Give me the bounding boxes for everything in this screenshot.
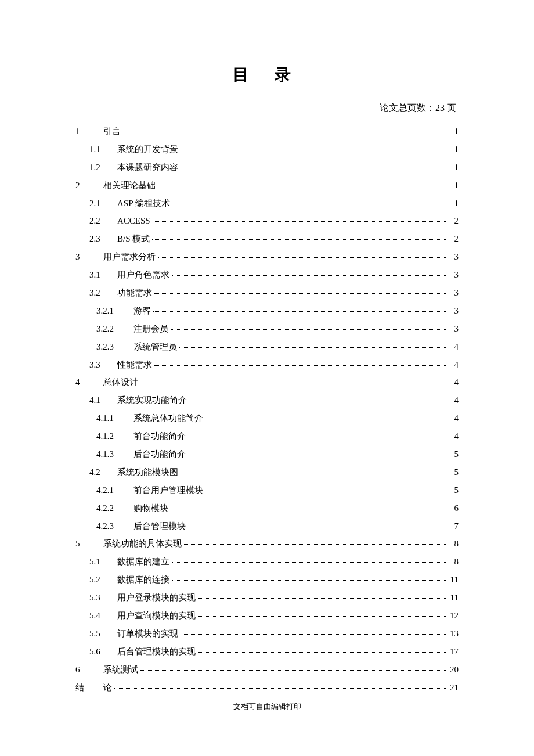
toc-entry[interactable]: 5.3用户登录模块的实现11 [75, 589, 459, 607]
toc-entry[interactable]: 2相关理论基础1 [75, 177, 459, 195]
toc-entry-label: 订单模块的实现 [117, 625, 178, 643]
toc-entry-label: 系统管理员 [134, 338, 177, 356]
toc-entry[interactable]: 5.1数据库的建立8 [75, 553, 459, 571]
toc-entry[interactable]: 4总体设计4 [75, 373, 459, 391]
toc-entry-label: 后台管理模块的实现 [117, 643, 196, 661]
toc-entry[interactable]: 6系统测试20 [75, 661, 459, 679]
toc-leader-dots [172, 556, 446, 564]
toc-entry-page: 3 [448, 284, 459, 302]
toc-entry[interactable]: 结论21 [75, 679, 459, 697]
toc-entry-page: 1 [448, 195, 459, 213]
toc-entry-page: 1 [448, 141, 459, 159]
toc-entry-number: 2.2 [89, 212, 117, 230]
toc-entry-label: 系统实现功能简介 [117, 391, 187, 409]
toc-leader-dots [172, 197, 446, 206]
toc-entry-page: 4 [448, 373, 459, 391]
toc-entry-page: 6 [448, 499, 459, 517]
toc-leader-dots [198, 646, 446, 654]
toc-entry[interactable]: 5.4用户查询模块的实现12 [75, 607, 459, 625]
toc-entry[interactable]: 4.2.3后台管理模块7 [75, 517, 459, 535]
toc-entry-label: B/S 模式 [117, 230, 150, 248]
toc-entry-page: 12 [448, 607, 459, 625]
toc-entry-label: 本课题研究内容 [117, 159, 178, 177]
toc-entry-page: 5 [448, 481, 459, 499]
toc-entry[interactable]: 4.1系统实现功能简介4 [75, 391, 459, 409]
toc-entry[interactable]: 3.2.1游客3 [75, 302, 459, 320]
toc-entry-label: 论 [103, 679, 112, 697]
toc-entry-label: 系统功能模块图 [117, 463, 178, 481]
toc-leader-dots [171, 502, 446, 511]
toc-entry-page: 3 [448, 266, 459, 284]
toc-entry-number: 4.2.3 [96, 517, 134, 535]
toc-leader-dots [172, 574, 446, 582]
toc-entry[interactable]: 4.2.1前台用户管理模块5 [75, 481, 459, 499]
toc-entry[interactable]: 3.2.3系统管理员4 [75, 338, 459, 356]
toc-entry-page: 1 [448, 159, 459, 177]
toc-entry[interactable]: 3.3性能需求4 [75, 356, 459, 374]
toc-leader-dots [114, 682, 446, 690]
toc-entry-page: 3 [448, 248, 459, 266]
toc-leader-dots [189, 394, 446, 403]
toc-entry-number: 5.2 [89, 571, 117, 589]
toc-entry-number: 4.2.2 [96, 499, 134, 517]
toc-entry[interactable]: 1.2本课题研究内容1 [75, 159, 459, 177]
toc-entry-number: 5.5 [89, 625, 117, 643]
toc-entry[interactable]: 5.6后台管理模块的实现17 [75, 643, 459, 661]
toc-entry[interactable]: 2.2ACCESS2 [75, 212, 459, 230]
toc-entry-number: 3.1 [89, 266, 117, 284]
toc-entry[interactable]: 4.2系统功能模块图5 [75, 463, 459, 481]
toc-entry-label: 引言 [103, 123, 121, 141]
toc-entry-number: 5.6 [89, 643, 117, 661]
toc-entry-number: 4.1.1 [96, 409, 134, 427]
toc-entry-label: 注册会员 [134, 320, 168, 338]
toc-entry[interactable]: 5.2数据库的连接11 [75, 571, 459, 589]
toc-entry-number: 3.2 [89, 284, 117, 302]
toc-leader-dots [188, 430, 446, 439]
toc-leader-dots [171, 323, 446, 332]
toc-entry[interactable]: 2.3B/S 模式2 [75, 230, 459, 248]
toc-entry-page: 7 [448, 517, 459, 535]
toc-entry[interactable]: 4.1.1系统总体功能简介4 [75, 409, 459, 427]
toc-entry-page: 11 [448, 589, 459, 607]
toc-entry-page: 8 [448, 535, 459, 553]
page-count: 论文总页数：23 页 [75, 102, 459, 114]
toc-entry[interactable]: 4.1.2前台功能简介4 [75, 427, 459, 445]
toc-entry-page: 4 [448, 338, 459, 356]
toc-entry[interactable]: 5.5订单模块的实现13 [75, 625, 459, 643]
toc-entry-page: 1 [448, 177, 459, 195]
toc-entry[interactable]: 4.2.2购物模块6 [75, 499, 459, 517]
toc-entry-number: 3 [75, 248, 103, 266]
toc-entry[interactable]: 3用户需求分析3 [75, 248, 459, 266]
toc-entry-label: 系统测试 [103, 661, 138, 679]
toc-leader-dots [153, 305, 446, 314]
toc-entry-number: 4.1 [89, 391, 117, 409]
toc-entry[interactable]: 1.1系统的开发背景1 [75, 141, 459, 159]
toc-entry-label: 后台功能简介 [134, 445, 186, 463]
toc-entry-page: 20 [448, 661, 459, 679]
toc-entry[interactable]: 4.1.3后台功能简介5 [75, 445, 459, 463]
toc-entry-number: 5 [75, 535, 103, 553]
toc-entry-label: 前台用户管理模块 [134, 481, 203, 499]
toc-entry-label: 总体设计 [103, 373, 138, 391]
toc-leader-dots [123, 125, 446, 134]
toc-entry-label: 用户查询模块的实现 [117, 607, 196, 625]
toc-entry[interactable]: 3.2.2注册会员3 [75, 320, 459, 338]
toc-entry-page: 4 [448, 427, 459, 445]
toc-leader-dots [205, 484, 446, 493]
toc-entry[interactable]: 1引言1 [75, 123, 459, 141]
toc-entry[interactable]: 2.1ASP 编程技术1 [75, 195, 459, 213]
toc-entry-page: 11 [448, 571, 459, 589]
document-page: 目 录 论文总页数：23 页 1引言11.1系统的开发背景11.2本课题研究内容… [0, 0, 534, 756]
toc-entry[interactable]: 3.1用户角色需求3 [75, 266, 459, 284]
toc-entry[interactable]: 5系统功能的具体实现8 [75, 535, 459, 553]
toc-entry[interactable]: 3.2功能需求3 [75, 284, 459, 302]
toc-entry-number: 2.1 [89, 195, 117, 213]
toc-leader-dots [181, 466, 446, 475]
toc-entry-label: 用户登录模块的实现 [117, 589, 196, 607]
toc-entry-page: 21 [448, 679, 459, 697]
toc-leader-dots [181, 161, 446, 170]
toc-leader-dots [205, 412, 446, 421]
toc-leader-dots [158, 179, 446, 188]
toc-entry-label: 用户角色需求 [117, 266, 169, 284]
toc-entry-label: 购物模块 [134, 499, 168, 517]
